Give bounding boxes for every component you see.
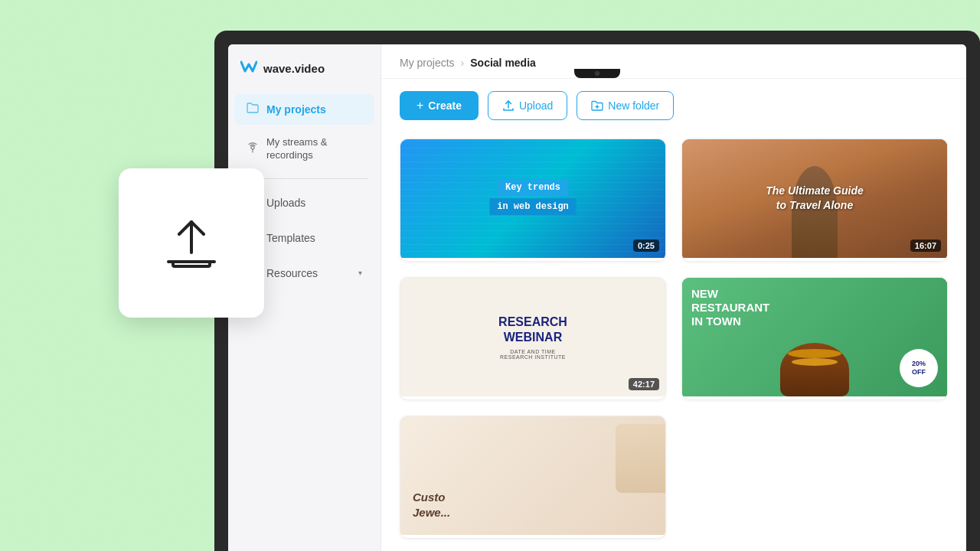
project-card-travel[interactable]: The Ultimate Guideto Travel Alone 16:07 …: [681, 139, 948, 262]
new-folder-label: New folder: [608, 99, 659, 112]
card-thumbnail-webinar: RESEARCHWEBINAR DATE AND TIMERESEARCH IN…: [400, 278, 665, 396]
breadcrumb-current: Social media: [470, 57, 536, 69]
project-card-web-design[interactable]: Key trends in web design 0:25 Web Design…: [400, 139, 666, 262]
toolbar: + Create Upload: [381, 79, 966, 132]
card-body-travel: Elizabeth Williams Solo Traveller Video …: [682, 258, 947, 262]
breadcrumb-parent[interactable]: My projects: [400, 57, 455, 69]
create-button[interactable]: + Create: [400, 91, 479, 120]
sidebar-item-my-streams[interactable]: My streams & recordings: [234, 128, 374, 171]
folder-icon: [247, 103, 259, 116]
laptop-screen: wave.video My projects: [228, 44, 966, 551]
card-thumbnail-restaurant: NEWRESTAURANTIN TOWN 20%OFF: [682, 278, 947, 396]
webcam: [574, 69, 620, 78]
topbar: My projects › Social media: [381, 44, 966, 79]
card-thumbnail-travel: The Ultimate Guideto Travel Alone 16:07: [682, 139, 947, 258]
new-folder-button[interactable]: New folder: [577, 91, 674, 120]
logo-area: wave.video: [228, 44, 381, 93]
card-thumbnail-jewel: CustoJewe...: [400, 416, 665, 535]
card-thumbnail-web-design: Key trends in web design 0:25: [400, 139, 665, 258]
jewel-item: [616, 424, 665, 493]
webdesign-line1: Key trends: [498, 179, 568, 196]
upload-icon-large: [161, 213, 222, 274]
restaurant-badge: 20%OFF: [900, 349, 938, 387]
project-card-webinar[interactable]: RESEARCHWEBINAR DATE AND TIMERESEARCH IN…: [400, 277, 666, 400]
sidebar-item-templates-label: Templates: [266, 232, 315, 244]
projects-grid: Key trends in web design 0:25 Web Design…: [381, 132, 966, 551]
travel-text-overlay: The Ultimate Guideto Travel Alone: [766, 184, 864, 214]
jewel-text: CustoJewe...: [413, 490, 450, 520]
webdesign-overlay-text: Key trends in web design: [467, 179, 599, 215]
plus-icon: +: [416, 99, 423, 112]
folder-plus-icon: [591, 100, 603, 111]
project-card-jewel[interactable]: CustoJewe... Custom Jewel... •••: [400, 416, 666, 539]
project-card-restaurant[interactable]: NEWRESTAURANTIN TOWN 20%OFF New Restaura…: [681, 277, 948, 400]
sidebar-item-uploads-label: Uploads: [266, 197, 305, 209]
card-body-webinar: Webinar March 30 •••: [400, 396, 665, 400]
create-label: Create: [428, 99, 462, 112]
card-body-restaurant: New Restaurant In Town •••: [682, 396, 947, 400]
webdesign-line2: in web design: [489, 198, 577, 215]
upload-label: Upload: [519, 99, 553, 112]
logo-text: wave.video: [263, 62, 325, 75]
sidebar-item-my-projects-label: My projects: [266, 103, 326, 116]
upload-btn-icon: [502, 99, 514, 112]
resources-chevron-icon: ▾: [358, 269, 362, 277]
restaurant-text-area: NEWRESTAURANTIN TOWN: [691, 287, 769, 328]
upload-button[interactable]: Upload: [488, 91, 567, 120]
food-bowl: [780, 343, 849, 396]
breadcrumb-separator: ›: [461, 57, 465, 69]
sidebar-item-my-streams-label: My streams & recordings: [266, 136, 362, 162]
card-body-web-design: Web Design Trends. Blog post promotion P…: [400, 258, 665, 262]
sidebar-item-resources-label: Resources: [266, 267, 318, 279]
card-body-jewel: Custom Jewel... •••: [400, 535, 665, 539]
duration-badge-web-design: 0:25: [633, 240, 659, 252]
sidebar-item-my-projects[interactable]: My projects: [234, 94, 374, 125]
webinar-content: RESEARCHWEBINAR DATE AND TIMERESEARCH IN…: [491, 307, 575, 367]
duration-badge-travel: 16:07: [910, 240, 941, 252]
logo-icon: [240, 60, 257, 77]
duration-badge-webinar: 42:17: [629, 378, 659, 390]
webinar-subtitle: DATE AND TIMERESEARCH INSTITUTE: [498, 349, 567, 360]
upload-overlay: [119, 168, 264, 318]
laptop-frame: wave.video My projects: [214, 31, 980, 551]
webcam-dot: [595, 71, 599, 76]
webinar-title: RESEARCHWEBINAR: [498, 315, 567, 344]
main-content: My projects › Social media + Create Uplo…: [381, 44, 966, 551]
radio-icon: [247, 142, 259, 156]
